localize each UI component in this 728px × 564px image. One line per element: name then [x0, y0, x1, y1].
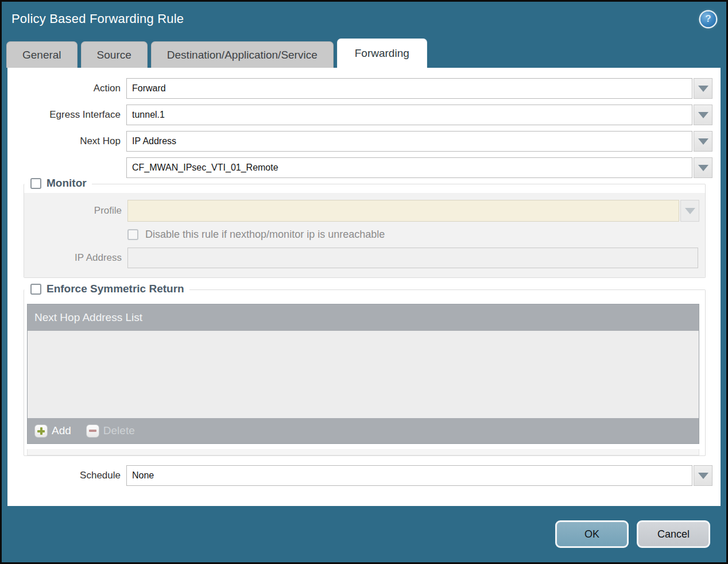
cancel-button[interactable]: Cancel — [637, 520, 710, 548]
monitor-legend: Monitor — [28, 177, 705, 190]
add-button[interactable]: Add — [34, 424, 71, 438]
monitor-ip-address-row: IP Address — [24, 248, 699, 268]
chevron-down-icon — [698, 112, 708, 118]
enforce-symmetric-return-section: Enforce Symmetric Return Next Hop Addres… — [24, 289, 706, 456]
disable-rule-label: Disable this rule if nexthop/monitor ip … — [145, 229, 385, 241]
monitor-legend-line — [28, 184, 705, 184]
add-button-label: Add — [52, 424, 71, 437]
schedule-select[interactable]: None — [126, 465, 692, 486]
next-hop-address-dropdown-button[interactable] — [694, 157, 712, 178]
dialog-title: Policy Based Forwarding Rule — [11, 11, 700, 26]
table-horizontal-scrollbar[interactable] — [27, 449, 699, 455]
tab-strip: General Source Destination/Application/S… — [2, 36, 726, 68]
next-hop-address-select[interactable]: CF_MWAN_IPsec_VTI_01_Remote — [126, 157, 692, 178]
schedule-dropdown-button[interactable] — [694, 465, 712, 486]
enforce-symmetric-return-title: Enforce Symmetric Return — [47, 283, 184, 295]
egress-interface-dropdown-button[interactable] — [694, 105, 712, 125]
forwarding-tab-panel: Action Forward Egress Interface tunnel.1… — [7, 68, 721, 506]
monitor-section-title: Monitor — [47, 177, 87, 190]
schedule-label: Schedule — [7, 470, 126, 481]
chevron-down-icon — [698, 138, 708, 145]
monitor-ip-address-input — [127, 248, 698, 268]
monitor-section: Monitor Profile Disable this rule if nex… — [24, 184, 706, 278]
delete-button: Delete — [86, 424, 135, 438]
chevron-down-icon — [698, 473, 708, 479]
delete-button-label: Delete — [103, 424, 135, 437]
next-hop-row: Next Hop IP Address — [7, 131, 712, 152]
tab-destination-application-service[interactable]: Destination/Application/Service — [151, 41, 334, 68]
next-hop-type-select[interactable]: IP Address — [126, 131, 692, 152]
ok-button[interactable]: OK — [555, 520, 629, 548]
monitor-profile-select — [127, 200, 679, 222]
monitor-profile-label: Profile — [24, 205, 127, 217]
monitor-body: Profile Disable this rule if nexthop/mon… — [24, 193, 705, 277]
egress-interface-row: Egress Interface tunnel.1 — [7, 105, 712, 125]
disable-rule-checkbox — [127, 229, 138, 240]
next-hop-label: Next Hop — [7, 136, 126, 147]
action-select[interactable]: Forward — [126, 78, 692, 99]
action-dropdown-button[interactable] — [694, 78, 712, 99]
next-hop-address-row: CF_MWAN_IPsec_VTI_01_Remote — [7, 157, 712, 178]
enforce-symmetric-return-checkbox[interactable] — [30, 284, 41, 295]
monitor-ip-address-label: IP Address — [24, 252, 127, 264]
tab-source[interactable]: Source — [81, 41, 148, 68]
delete-icon — [86, 424, 99, 438]
schedule-row: Schedule None — [7, 465, 712, 486]
add-icon — [34, 424, 48, 438]
help-icon[interactable]: ? — [700, 11, 716, 27]
egress-interface-label: Egress Interface — [7, 109, 126, 121]
action-label: Action — [7, 83, 126, 94]
chevron-down-icon — [698, 165, 708, 171]
table-toolbar: Add Delete — [28, 418, 699, 443]
monitor-disable-rule-row: Disable this rule if nexthop/monitor ip … — [127, 229, 699, 241]
next-hop-address-list-header: Next Hop Address List — [28, 304, 699, 331]
policy-based-forwarding-rule-dialog: Policy Based Forwarding Rule ? General S… — [0, 0, 728, 564]
monitor-profile-row: Profile — [24, 200, 699, 222]
dialog-footer: OK Cancel — [2, 506, 726, 562]
egress-interface-select[interactable]: tunnel.1 — [126, 105, 692, 125]
next-hop-dropdown-button[interactable] — [694, 131, 712, 152]
enforce-symmetric-return-legend: Enforce Symmetric Return — [28, 283, 705, 295]
chevron-down-icon — [685, 208, 695, 214]
monitor-profile-dropdown-button — [680, 200, 699, 222]
next-hop-address-list-body[interactable] — [28, 331, 699, 418]
monitor-checkbox[interactable] — [30, 178, 41, 189]
tab-forwarding[interactable]: Forwarding — [337, 38, 427, 68]
action-row: Action Forward — [7, 78, 712, 99]
next-hop-address-list-table-wrap: Next Hop Address List Add Delete — [24, 299, 705, 449]
tab-general[interactable]: General — [6, 41, 78, 68]
next-hop-address-list-table: Next Hop Address List Add Delete — [27, 304, 699, 444]
dialog-titlebar: Policy Based Forwarding Rule ? — [2, 2, 726, 36]
chevron-down-icon — [698, 86, 708, 92]
